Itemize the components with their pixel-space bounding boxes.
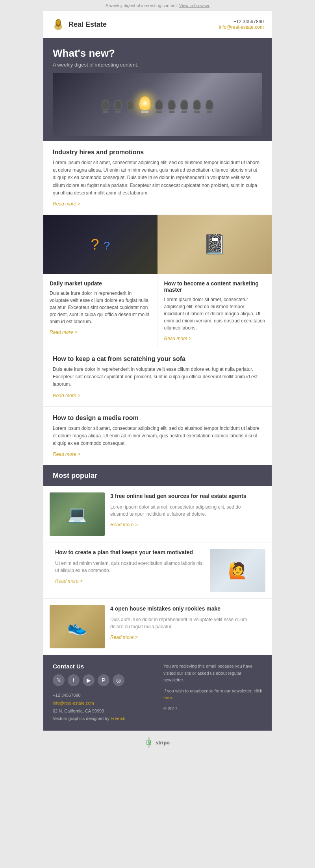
hero-image — [53, 73, 262, 136]
footer-address: 62 N. California, CA 99999 — [53, 707, 152, 715]
footer-copyright: © 2017 — [163, 705, 262, 713]
footer-contact-title: Contact Us — [53, 663, 152, 670]
footer-phone: +12 34567890 — [53, 692, 152, 700]
article1-read-more[interactable]: Read more — [53, 201, 80, 207]
footer-top: Contact Us 𝕏 f ▶ P ◎ +12 34567890 info@r… — [53, 663, 262, 723]
hero-section: What's new? A weekly digest of interesti… — [43, 38, 272, 141]
notebook-image: 📓 — [158, 215, 272, 274]
hero-title: What's new? — [53, 47, 262, 59]
orange-question-mark-icon: ? — [91, 236, 99, 253]
article4-read-more[interactable]: Read more — [53, 393, 80, 398]
most-popular-title: Most popular — [53, 472, 262, 480]
bulb-5 — [155, 100, 163, 113]
instagram-icon[interactable]: ◎ — [113, 674, 124, 686]
top-bar: A weekly digest of interesting content. … — [0, 0, 315, 11]
popular-item-1: 💻 3 free online lead gen sources for rea… — [43, 486, 272, 542]
article5-body: Lorem ipsum dolor sit amet, consectetur … — [53, 425, 262, 448]
popular2-title: How to create a plan that keeps your tea… — [55, 549, 205, 557]
facebook-icon[interactable]: f — [68, 674, 80, 686]
logo-text: Real Estate — [69, 20, 107, 29]
youtube-icon[interactable]: ▶ — [83, 674, 94, 686]
bulb-7 — [180, 100, 188, 113]
popular-thumb-team: 🙋 — [210, 549, 265, 592]
popular-item-3: 👟 4 open house mistakes only rookies mak… — [43, 599, 272, 655]
footer-right: You are recieving this email because you… — [163, 663, 262, 723]
two-col-images: ? ? 📓 — [43, 215, 272, 274]
article3-body: Lorem ipsum dolor sit amet, consectetur … — [164, 296, 266, 331]
bulb-1 — [102, 100, 109, 113]
top-bar-text: A weekly digest of interesting content. — [106, 3, 178, 8]
article1-title: Industry hires and promotions — [53, 149, 262, 156]
bulb-3 — [127, 100, 135, 113]
bulb-lit — [139, 96, 150, 113]
stripo-label: stripo — [156, 740, 170, 746]
laptop-icon: 💻 — [67, 505, 87, 524]
header-email[interactable]: info@real-estate.com — [219, 24, 264, 30]
bulb-2 — [114, 100, 122, 113]
article-industry-hires: Industry hires and promotions Lorem ipsu… — [43, 141, 272, 215]
article4-body: Duis aute irure dolor in reprehenderit i… — [53, 366, 262, 389]
logo-area: Real Estate — [51, 17, 107, 31]
logo-icon — [51, 17, 65, 31]
popular3-read-more[interactable]: Read more — [110, 635, 138, 640]
popular-item-2: 🙋 How to create a plan that keeps your t… — [43, 542, 272, 599]
article5-read-more[interactable]: Read more — [53, 452, 80, 457]
bulb-8 — [193, 100, 201, 113]
header-phone: +12 34567890 — [219, 19, 264, 24]
popular2-body: Ut enim ad minim veniam, quis nostrud ex… — [55, 560, 205, 574]
article-cat-sofa: How to keep a cat from scratching your s… — [43, 348, 272, 407]
popular3-body: Duis aute irure dolor in reprehenderit i… — [110, 616, 260, 630]
unsubscribe-link[interactable]: here — [163, 695, 172, 700]
popular-content-2: How to create a plan that keeps your tea… — [50, 549, 210, 592]
popular-content-3: 4 open house mistakes only rookies make … — [105, 605, 265, 648]
footer-notice: You are recieving this email because you… — [163, 663, 262, 684]
article-daily-market: Daily market update Duis aute irure dolo… — [43, 274, 158, 348]
popular1-body: Lorem ipsum dolor sit amet, consectetur … — [110, 503, 260, 518]
header-contact-info: +12 34567890 info@real-estate.com — [219, 19, 264, 30]
article2-body: Duis aute irure dolor in reprehenderit i… — [50, 290, 151, 325]
notebook-icon: 📓 — [203, 233, 226, 255]
bulb-row — [98, 96, 217, 113]
freepik-link[interactable]: Freepik — [111, 716, 125, 721]
social-icons: 𝕏 f ▶ P ◎ — [53, 674, 152, 686]
footer-credit: Vectors graphics designed by Freepik — [53, 715, 152, 723]
team-icon: 🙋 — [228, 561, 248, 580]
email-header: Real Estate +12 34567890 info@real-estat… — [43, 11, 272, 38]
two-col-content: Daily market update Duis aute irure dolo… — [43, 274, 272, 348]
article-media-room: How to design a media room Lorem ipsum d… — [43, 407, 272, 466]
article-content-marketing: How to become a content marketing master… — [158, 274, 272, 348]
svg-point-2 — [56, 19, 60, 25]
stripo-footer: stripo — [0, 731, 315, 754]
blue-question-mark-icon: ? — [104, 239, 110, 252]
popular-thumb-shoes: 👟 — [50, 605, 105, 648]
email-footer: Contact Us 𝕏 f ▶ P ◎ +12 34567890 info@r… — [43, 655, 272, 731]
pinterest-icon[interactable]: P — [98, 674, 109, 686]
article5-title: How to design a media room — [53, 415, 262, 422]
article4-title: How to keep a cat from scratching your s… — [53, 355, 262, 363]
shoes-icon: 👟 — [67, 618, 87, 636]
article2-read-more[interactable]: Read more — [50, 329, 77, 335]
email-container: Real Estate +12 34567890 info@real-estat… — [43, 11, 272, 731]
stripo-logo-icon — [145, 737, 152, 748]
popular1-read-more[interactable]: Read more — [110, 522, 138, 527]
bulb-9 — [206, 100, 213, 113]
footer-unsubscribe: If you wish to unsubscribe from our news… — [163, 688, 262, 701]
popular2-read-more[interactable]: Read more — [55, 578, 83, 584]
question-marks-image: ? ? — [43, 215, 158, 274]
most-popular-header: Most popular — [43, 465, 272, 486]
popular1-title: 3 free online lead gen sources for real … — [110, 492, 260, 500]
article2-title: Daily market update — [50, 280, 151, 287]
popular-content-1: 3 free online lead gen sources for real … — [105, 492, 265, 536]
footer-left: Contact Us 𝕏 f ▶ P ◎ +12 34567890 info@r… — [53, 663, 152, 723]
popular-thumb-laptop: 💻 — [50, 492, 105, 536]
hero-subtitle: A weekly digest of interesting content. — [53, 62, 262, 68]
article3-read-more[interactable]: Read more — [164, 336, 192, 341]
article1-body: Lorem ipsum dolor sit amet, consectetur … — [53, 159, 262, 197]
view-in-browser-link[interactable]: View in browser — [179, 3, 209, 8]
bulb-6 — [168, 100, 176, 113]
twitter-icon[interactable]: 𝕏 — [53, 674, 65, 686]
footer-email[interactable]: info@real-estate.com — [53, 701, 94, 705]
popular3-title: 4 open house mistakes only rookies make — [110, 605, 260, 613]
article3-title: How to become a content marketing master — [164, 280, 266, 293]
